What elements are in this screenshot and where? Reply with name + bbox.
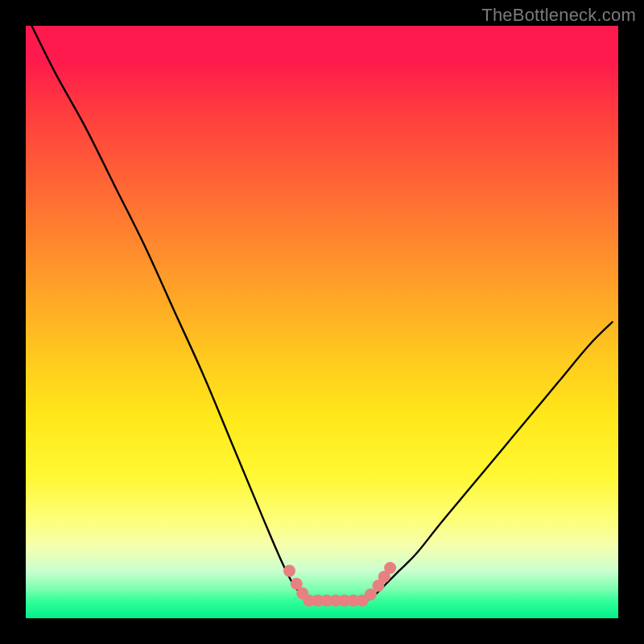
chart-frame: TheBottleneck.com [0,0,644,644]
curve-layer [26,26,618,618]
plot-area [26,26,618,618]
left-curve [31,26,307,601]
watermark-label: TheBottleneck.com [481,5,636,26]
marker-group [283,562,396,606]
right-curve [366,322,612,601]
data-marker [384,562,396,574]
data-marker [283,565,295,577]
